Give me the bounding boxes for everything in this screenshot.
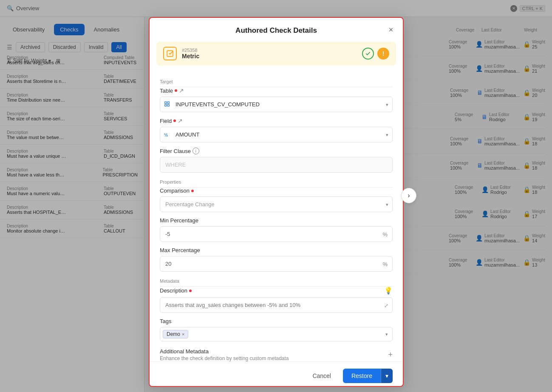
table-select-icon xyxy=(164,101,170,108)
filter-info-icon[interactable]: i xyxy=(192,148,199,154)
svg-rect-1 xyxy=(165,102,167,103)
table-field-label: Table ↗ xyxy=(160,87,184,94)
table-required-dot xyxy=(175,89,177,92)
modal-body: Target Table ↗ INPUTEVENTS_CV_COMPUTED ▾ xyxy=(150,72,403,361)
tags-input[interactable]: Demo × ▾ xyxy=(160,327,393,341)
check-type: Metric xyxy=(182,53,357,60)
check-info: #25358 Metric xyxy=(182,48,357,60)
min-pct-input[interactable] xyxy=(160,226,393,242)
min-pct-suffix-icon: % xyxy=(382,231,388,237)
comparison-field-label: Comparison xyxy=(160,187,393,194)
restore-button[interactable]: Restore xyxy=(343,369,381,383)
panel-expand-button[interactable]: › xyxy=(401,188,416,203)
field-select[interactable]: AMOUNT xyxy=(160,127,393,142)
additional-meta-title: Additional Metadata xyxy=(160,348,289,355)
check-id: #25358 xyxy=(182,48,357,53)
max-pct-suffix-icon: % xyxy=(382,261,388,267)
filter-input[interactable] xyxy=(160,157,393,173)
metadata-section-label: Metadata xyxy=(160,278,393,284)
authored-check-modal: Authored Check Details × #25358 Metric ! xyxy=(149,17,404,387)
additional-metadata: Additional Metadata Enhance the check de… xyxy=(160,348,393,361)
field-field-label: Field ↗ xyxy=(160,117,183,124)
min-pct-label: Min Percentage xyxy=(160,217,393,224)
description-expand-icon[interactable]: ⤢ xyxy=(384,303,388,309)
modal-footer: Cancel Restore ▾ xyxy=(150,361,403,387)
status-yellow-icon: ! xyxy=(377,48,389,60)
tag-demo: Demo × xyxy=(163,330,188,338)
description-field-label: Description xyxy=(160,287,192,294)
check-status-icons: ! xyxy=(362,48,389,60)
restore-dropdown-button[interactable]: ▾ xyxy=(381,369,393,383)
status-green-icon xyxy=(362,48,374,60)
field-field-row: Field ↗ xyxy=(160,117,393,127)
svg-rect-4 xyxy=(167,104,169,106)
svg-rect-0 xyxy=(167,51,173,57)
comparison-select[interactable]: Percentage Change xyxy=(160,196,393,212)
tags-chevron-icon: ▾ xyxy=(385,332,388,337)
cancel-button[interactable]: Cancel xyxy=(304,369,340,383)
max-pct-wrapper: % xyxy=(160,256,393,272)
target-section-label: Target xyxy=(160,79,393,84)
field-select-wrapper: ½ AMOUNT ▾ xyxy=(160,127,393,142)
modal-close-button[interactable]: × xyxy=(386,25,396,35)
lightbulb-icon: 💡 xyxy=(384,287,393,295)
add-metadata-icon[interactable]: + xyxy=(388,350,393,359)
table-select[interactable]: INPUTEVENTS_CV_COMPUTED xyxy=(160,97,393,112)
tag-demo-label: Demo xyxy=(167,331,180,337)
filter-clause-label: Filter Clause i xyxy=(160,148,393,154)
svg-rect-2 xyxy=(167,102,169,103)
table-field-row: Table ↗ xyxy=(160,87,393,97)
min-pct-wrapper: % xyxy=(160,226,393,242)
modal-header: Authored Check Details × xyxy=(150,18,403,42)
max-pct-input[interactable] xyxy=(160,256,393,272)
description-input-wrapper: ⤢ xyxy=(160,297,393,313)
check-banner: #25358 Metric ! xyxy=(156,42,396,65)
filter-input-wrapper xyxy=(160,157,393,173)
additional-meta-desc: Enhance the check definition by setting … xyxy=(160,355,289,361)
check-type-icon xyxy=(163,47,177,60)
comparison-select-wrapper: Percentage Change ▾ xyxy=(160,196,393,212)
svg-rect-3 xyxy=(165,104,167,106)
description-required-dot xyxy=(189,290,192,292)
field-type-icon: ½ xyxy=(164,132,168,137)
comparison-required-dot xyxy=(191,190,194,192)
table-expand-icon[interactable]: ↗ xyxy=(179,87,184,94)
max-pct-label: Max Percentage xyxy=(160,247,393,253)
table-select-wrapper: INPUTEVENTS_CV_COMPUTED ▾ xyxy=(160,97,393,112)
tag-demo-remove[interactable]: × xyxy=(182,332,184,337)
field-expand-icon[interactable]: ↗ xyxy=(178,117,183,124)
field-required-dot xyxy=(173,119,176,122)
restore-button-group: Restore ▾ xyxy=(343,369,393,383)
tags-label: Tags xyxy=(160,318,393,324)
description-input[interactable] xyxy=(160,297,393,313)
properties-section-label: Properties xyxy=(160,179,393,185)
modal-title: Authored Check Details xyxy=(235,26,317,34)
